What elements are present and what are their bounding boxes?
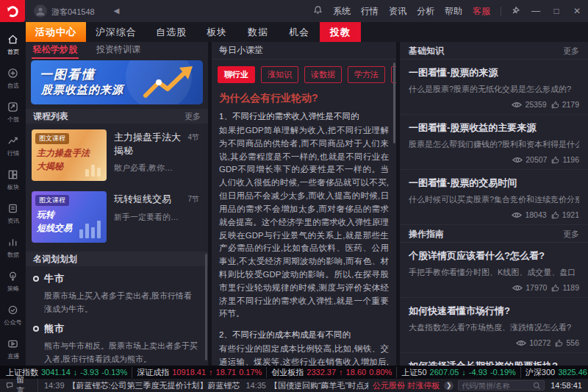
news-flash-item[interactable]: 14:35 【国债逆回购“薅羊毛”时点来了 <box>240 380 368 391</box>
sidebar-item-home[interactable]: 首页 <box>0 29 26 60</box>
lesson-title: 如何选择适合长期投资的股票板块? <box>409 360 579 366</box>
ticker-index-csi300[interactable]: 沪深300 3825.46 ↓ -3.25 -0.08% <box>520 367 588 378</box>
menu-system[interactable]: 系统 <box>333 5 351 18</box>
index-value: 10918.41 <box>172 368 206 377</box>
sidebar-item-sectors[interactable]: 板块 <box>0 165 26 196</box>
likes-stat[interactable]: 1196 <box>551 155 579 164</box>
expand-chevron-icon[interactable]: ❯ <box>444 381 453 391</box>
lesson-item[interactable]: 一图看懂-股票的来源 什么是股票?股票的无纸化交易是怎么形成的? 25359 2… <box>400 60 588 115</box>
maximize-button[interactable]: □ <box>551 6 562 16</box>
ticker-index-sse50[interactable]: 上证50 2607.05 ↓ -4.93 -0.19% <box>396 367 520 378</box>
course-cover-illustration: 图文课程 主力操盘手法 大揭秘 <box>32 129 107 181</box>
likes-stat[interactable]: 1189 <box>551 283 579 292</box>
sidebar-item-stocks[interactable]: 个股 <box>0 97 26 128</box>
sidebar-item-watchlist[interactable]: 自选 <box>0 63 26 94</box>
username[interactable]: 游客041548 <box>51 7 95 18</box>
tab-education[interactable]: 投教 <box>320 22 361 42</box>
avatar[interactable] <box>34 4 47 18</box>
likes-stat[interactable]: 556 <box>555 338 579 347</box>
tab-hs-composite[interactable]: 沪深综合 <box>86 22 146 42</box>
course-episodes: 7节 <box>187 194 199 204</box>
cover-title: 短线交易 <box>37 222 72 235</box>
menu-news[interactable]: 资讯 <box>389 5 406 18</box>
limit-up-alert[interactable]: 公元股份 封涨停板 <box>368 380 444 391</box>
menu-quotes[interactable]: 行情 <box>361 5 379 18</box>
index-ticker: 上证指数 3041.14 ↓ -3.93 -0.13% 深证成指 10918.4… <box>0 366 588 379</box>
index-change: 18.60 <box>346 368 367 377</box>
daily-class-header: 每日小课堂 <box>212 42 396 60</box>
cover-title: 大揭秘 <box>37 160 63 173</box>
more-link[interactable]: 更多 <box>563 229 579 240</box>
notification-bell-icon[interactable] <box>313 4 323 18</box>
glossary-term[interactable]: 熊市 熊市与牛市相反。股票市场上卖出者多于买入者,股市行情看跌成为熊市。 <box>33 322 199 366</box>
search-icon[interactable] <box>533 382 541 390</box>
back-arrow-icon[interactable]: ◄ <box>112 5 121 16</box>
scrollbar[interactable] <box>205 254 207 360</box>
ticker-index-szse[interactable]: 深证成指 10918.41 ↑ 18.71 0.17% <box>132 367 266 378</box>
course-card[interactable]: 图文课程 主力操盘手法 大揭秘 主力操盘手法大揭秘 4节 散户必看,教你… <box>26 124 208 185</box>
promo-banner[interactable]: 一图看懂 股票收益的来源 <box>31 60 203 104</box>
section-title: 名词划划划 <box>33 253 77 266</box>
middle-column: 每日小课堂 聊行业 涨知识 读数据 学方法 盘本周 为什么会有行业轮动? 1、不… <box>212 42 396 366</box>
tab-sectors[interactable]: 板块 <box>196 22 237 42</box>
tab-knowledge[interactable]: 涨知识 <box>261 66 298 83</box>
lesson-item[interactable]: 一图看懂-股票的交易时间 什么时候可以买卖股票?集合竞价和连续竞价分别在什么时候… <box>400 170 588 225</box>
course-episodes: 4节 <box>187 132 199 143</box>
banner-line2: 股票收益的来源 <box>41 83 123 97</box>
index-value: 3825.46 <box>558 368 587 377</box>
sidebar-item-data[interactable]: 数据 <box>0 232 26 263</box>
bottom-bar: 留言 14:39 【蔚蓝锂芯:公司第三季度无提价计划】蔚蓝锂芯在互... 14:… <box>0 379 588 392</box>
news-flash-item[interactable]: 14:39 【蔚蓝锂芯:公司第三季度无提价计划】蔚蓝锂芯在互... <box>38 380 240 391</box>
close-button[interactable]: ✕ <box>572 6 582 16</box>
message-button[interactable]: 留言 <box>0 379 38 392</box>
index-pct: 0.80% <box>369 368 392 377</box>
tab-read-data[interactable]: 读数据 <box>304 66 342 83</box>
minimize-button[interactable]: — <box>531 6 541 16</box>
scrollbar[interactable] <box>393 63 395 143</box>
blocks-icon <box>7 169 19 181</box>
basics-header: 基础知识 更多 <box>400 43 588 60</box>
tab-methods[interactable]: 学方法 <box>348 66 385 83</box>
more-link[interactable]: 更多 <box>184 111 201 122</box>
more-link[interactable]: 更多 <box>563 46 579 57</box>
sidebar-item-live[interactable]: 直播 <box>0 334 26 365</box>
lesson-item[interactable]: 如何快速看懂市场行情? 大盘指数怎么看?市场热度、涨跌情况怎么看? 10272 … <box>400 298 588 353</box>
subtab-special-training[interactable]: 投资特训课 <box>96 43 140 56</box>
index-name: 上证50 <box>401 367 426 378</box>
lesson-item[interactable]: 一图看懂-股票收益的主要来源 股票是怎么帮我们赚钱的?股利和资本利得是什么? 2… <box>400 115 588 170</box>
search-input[interactable] <box>462 382 533 390</box>
index-name: 沪深300 <box>526 367 555 378</box>
course-cover-illustration: 图文课程 玩转 短线交易 <box>32 191 107 243</box>
section-title: 操作指南 <box>409 228 444 240</box>
tab-industry[interactable]: 聊行业 <box>218 66 255 83</box>
index-value: 2607.05 <box>430 368 459 377</box>
course-card[interactable]: 图文课程 玩转 短线交易 玩转短线交易 7节 新手一定要看的… <box>26 185 208 247</box>
tab-activity-center[interactable]: 活动中心 <box>26 22 86 42</box>
sidebar-item-news[interactable]: 资讯 <box>0 199 26 229</box>
sidebar-item-label: 数据 <box>7 250 18 259</box>
lesson-item[interactable]: 个股详情页应该看什么?怎么看? 手把手教你看懂分时图、K线图、成交量、盘口 17… <box>400 243 588 298</box>
likes-stat[interactable]: 2179 <box>551 100 579 109</box>
menu-service[interactable]: 客服 <box>473 5 490 18</box>
thumbs-up-icon <box>551 101 559 109</box>
glossary-term[interactable]: 牛市 股票市场上买入者多于卖出者,股市行情看涨成为牛市。 <box>33 272 199 316</box>
term-name: 熊市 <box>44 322 65 335</box>
ticker-index-chinext[interactable]: 创业板指 2332.37 ↑ 18.60 0.80% <box>266 367 396 378</box>
tab-data[interactable]: 数据 <box>237 22 279 42</box>
pin-icon[interactable] <box>512 4 520 18</box>
sidebar-item-quotes[interactable]: 行情 <box>0 131 26 162</box>
bulb-icon <box>7 271 19 282</box>
menu-analysis[interactable]: 分析 <box>417 5 434 18</box>
course-tag: 图文课程 <box>35 195 69 206</box>
tab-watchlist[interactable]: 自选股 <box>146 22 196 42</box>
lesson-title: 一图看懂-股票的来源 <box>409 66 579 79</box>
subtab-easy-learning[interactable]: 轻松学炒股 <box>33 43 77 56</box>
tab-opportunity[interactable]: 机会 <box>279 22 320 42</box>
menu-help[interactable]: 帮助 <box>445 5 462 18</box>
lesson-item[interactable]: 如何选择适合长期投资的股票板块? 行业板块、概念板块、地域板块如何选择? 984… <box>400 353 588 366</box>
likes-stat[interactable]: 1921 <box>551 210 579 219</box>
app-logo-icon <box>0 0 25 22</box>
sidebar-item-strategy[interactable]: 策略 <box>0 266 26 297</box>
sidebar-item-official-account[interactable]: 公众号 <box>0 300 26 331</box>
nav-tabbar: 活动中心 沪深综合 自选股 板块 数据 机会 投教 <box>26 22 588 42</box>
